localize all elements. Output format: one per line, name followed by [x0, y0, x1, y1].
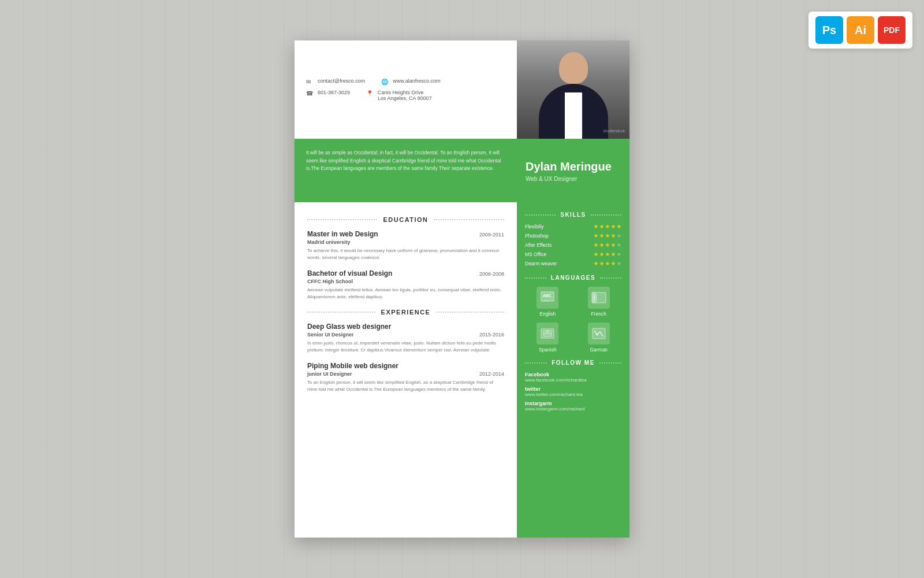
star — [594, 261, 598, 266]
follow-section-header: FOLLOW ME — [525, 360, 621, 366]
photo-placeholder: shutterstock — [517, 40, 629, 139]
lang-item-english: ABC ___ English — [525, 287, 571, 317]
garman-icon — [588, 323, 610, 344]
illustrator-button[interactable]: Ai — [847, 16, 874, 44]
phone-value: 601-367-3029 — [318, 90, 350, 95]
exp-year-2: 2012-2014 — [479, 371, 504, 377]
skills-title: SKILLS — [556, 212, 591, 218]
edu-year-2: 2006-2008 — [479, 271, 504, 277]
skill-stars-4 — [594, 261, 621, 266]
edu-title-row-1: Master in web Design 2009-2011 — [307, 230, 504, 238]
follow-section: FOLLOW ME Facebook www.facebook.com/rich… — [525, 360, 621, 412]
english-icon: ABC ___ — [536, 287, 558, 309]
resume-hero: It will be as simple as Occidental; in f… — [295, 139, 629, 202]
address-line1: Canis Heights Drive — [378, 90, 432, 95]
exp-role-1: Senior UI Designer — [307, 332, 354, 338]
edu-item-1: Master in web Design 2009-2011 Madrid un… — [307, 230, 504, 261]
social-twitter: twitter www.twitter.com/rachard.tea — [525, 386, 621, 397]
lang-name-garman: Garman — [590, 347, 608, 353]
star-empty — [617, 243, 621, 247]
skill-stars-2 — [594, 243, 621, 247]
languages-grid: ABC ___ English — [525, 287, 621, 353]
lang-dots-right — [600, 277, 621, 279]
star-empty — [617, 252, 621, 257]
hero-name: Dylan Meringue — [526, 160, 621, 173]
location-icon: 📍 — [366, 90, 373, 97]
exp-desc-1: In enim justo, rhoncus ut, imperdiet ven… — [307, 340, 504, 354]
lang-item-french: French — [576, 287, 622, 317]
dots-right — [434, 219, 504, 220]
star — [594, 234, 598, 238]
email-row: ✉ contact@fresco.com 🌐 www.alanfresco.co… — [306, 78, 505, 85]
experience-header: EXPERIENCE — [307, 309, 504, 316]
edu-year-1: 2009-2011 — [479, 232, 504, 238]
exp-role-row-2: junior UI Designer 2012-2014 — [307, 370, 504, 377]
exp-desc-2: To an English person, it will seem like … — [307, 379, 504, 393]
instagram-label: Instargarm — [525, 401, 621, 406]
lang-dots-left — [525, 277, 546, 279]
skill-name-2: After Effects — [525, 242, 552, 248]
star-empty — [617, 234, 621, 238]
follow-title: FOLLOW ME — [547, 360, 599, 366]
spanish-icon — [536, 323, 558, 344]
pdf-button[interactable]: PDF — [878, 16, 906, 44]
star — [599, 224, 604, 229]
twitter-label: twitter — [525, 386, 621, 392]
star — [611, 224, 616, 229]
facebook-url: www.facebook.com/richardtea — [525, 377, 621, 383]
star — [617, 224, 621, 229]
watermark: shutterstock — [603, 129, 625, 133]
edu-title-row-2: Bachetor of visual Design 2006-2008 — [307, 269, 504, 277]
right-column: SKILLS Flexibiliy Photoshop — [517, 202, 629, 538]
photoshop-button[interactable]: Ps — [815, 16, 843, 44]
resume-header: ✉ contact@fresco.com 🌐 www.alanfresco.co… — [295, 40, 629, 139]
address-line2: Los Angeles, CA 90007 — [378, 95, 432, 101]
ai-label: Ai — [855, 24, 866, 37]
exp-dots-right — [436, 312, 504, 313]
languages-title: LANGUAGES — [546, 275, 600, 281]
phone-icon: ☎ — [306, 90, 313, 97]
svg-text:___: ___ — [543, 297, 549, 301]
dots-left — [307, 219, 377, 220]
toolbar: Ps Ai PDF — [808, 12, 912, 49]
svg-point-12 — [596, 334, 598, 336]
star — [605, 224, 610, 229]
star — [605, 261, 610, 266]
lang-item-garman: Garman — [576, 323, 622, 353]
skill-name-4: Dearm weaver — [525, 261, 557, 266]
lang-name-spanish: Spanish — [539, 347, 557, 353]
hero-name-section: Dylan Meringue Web & UX Designer — [517, 139, 629, 202]
facebook-label: Facebook — [525, 372, 621, 377]
skill-row-2: After Effects — [525, 242, 621, 248]
star — [611, 261, 616, 266]
exp-dots-left — [307, 312, 375, 313]
exp-title-row-2: Piping Mobile web designer — [307, 362, 504, 370]
skill-name-1: Photoshop — [525, 233, 549, 239]
social-facebook: Facebook www.facebook.com/richardtea — [525, 372, 621, 383]
hero-title: Web & UX Designer — [526, 176, 621, 182]
social-instagram: Instargarm www.instargarm.com/rachard — [525, 401, 621, 412]
lang-item-spanish: Spanish — [525, 323, 571, 353]
edu-desc-1: To achieve this, it would be necessary h… — [307, 247, 504, 261]
ps-label: Ps — [822, 24, 836, 37]
star — [599, 252, 604, 257]
photo-section: shutterstock — [517, 40, 629, 139]
skill-row-4: Dearm weaver — [525, 261, 621, 266]
skills-dots-right — [591, 214, 621, 216]
website-value: www.alanfresco.com — [393, 78, 441, 84]
experience-title: EXPERIENCE — [375, 309, 437, 316]
exp-role-row-1: Senior UI Designer 2015-2016 — [307, 331, 504, 338]
skill-stars-1 — [594, 234, 621, 238]
star — [594, 252, 598, 257]
education-title: EDUCATION — [377, 216, 434, 223]
exp-item-2: Piping Mobile web designer junior UI Des… — [307, 362, 504, 393]
instagram-url: www.instargarm.com/rachard — [525, 406, 621, 412]
svg-point-10 — [546, 331, 549, 333]
skill-name-0: Flexibiliy — [525, 224, 544, 229]
resume-body: EDUCATION Master in web Design 2009-2011… — [295, 202, 629, 538]
star — [611, 234, 616, 238]
phone-row: ☎ 601-367-3029 📍 Canis Heights Drive Los… — [306, 90, 505, 101]
languages-section-header: LANGUAGES — [525, 275, 621, 281]
follow-dots-right — [599, 362, 621, 364]
skills-section-header: SKILLS — [525, 212, 621, 218]
